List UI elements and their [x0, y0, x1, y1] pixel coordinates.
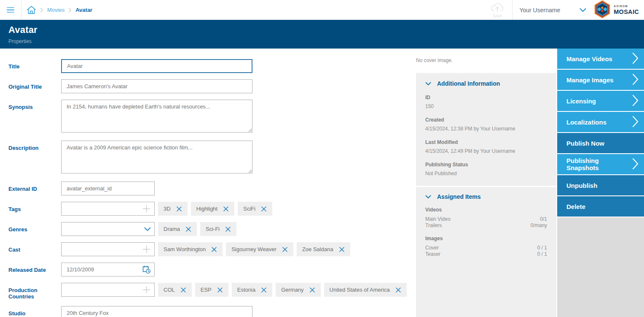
action-button-localizations[interactable]: Localizations	[557, 112, 644, 132]
chip-3d: 3D	[158, 202, 188, 216]
add-item-icon[interactable]	[142, 283, 151, 297]
action-button-manage-videos[interactable]: Manage Videos	[557, 49, 644, 69]
form-row-title: Title	[8, 59, 416, 73]
tags-chips: 3DHighlightSciFi	[158, 202, 272, 216]
external-id-input[interactable]	[61, 182, 155, 195]
assigned-row-main-video: Main Video0/1	[425, 216, 547, 222]
assigned-row-name: Main Video	[425, 216, 451, 222]
chip-sci-fi: Sci-Fi	[200, 222, 236, 236]
chevron-right-icon	[632, 116, 639, 129]
released-date-input[interactable]	[61, 263, 155, 276]
chevron-down-icon[interactable]	[144, 222, 151, 236]
genres-label: Genres	[8, 222, 61, 236]
action-button-label: Delete	[566, 203, 585, 210]
add-item-icon[interactable]	[142, 202, 151, 216]
production-countries-chips: COLESPEstoniaGermanyUnited States of Ame…	[158, 283, 407, 300]
collapse-chevron-icon[interactable]	[425, 82, 431, 86]
action-button-publish-now[interactable]: Publish Now	[557, 133, 644, 153]
chevron-right-icon	[632, 52, 639, 65]
created-label: Created	[425, 117, 547, 123]
top-bar: MoviesAvatar Save Your Username	[0, 0, 644, 20]
title-input[interactable]	[61, 59, 252, 73]
chip-remove-icon[interactable]	[217, 287, 223, 293]
production-countries-label: Production Countries	[8, 283, 61, 300]
chip-drama: Drama	[158, 222, 197, 236]
details-panel: No cover image. Additional Information I…	[416, 49, 556, 317]
action-button-label: Publishing Snapshots	[566, 157, 632, 171]
assigned-row-count: 0/many	[531, 222, 547, 229]
action-button-manage-images[interactable]: Manage Images	[557, 70, 644, 90]
chevron-right-icon	[632, 73, 639, 87]
assigned-row-name: Cover	[425, 245, 439, 251]
breadcrumb-separator-icon	[68, 8, 72, 13]
chip-remove-icon[interactable]	[395, 287, 401, 293]
action-button-delete[interactable]: Delete	[557, 196, 644, 217]
assigned-row-teaser: Teaser0 / 1	[425, 251, 547, 257]
assigned-row-name: Teaser	[425, 251, 440, 257]
assigned-row-cover: Cover0 / 1	[425, 245, 547, 251]
chip-remove-icon[interactable]	[185, 226, 191, 232]
action-button-licensing[interactable]: Licensing	[557, 91, 644, 111]
chip-remove-icon[interactable]	[261, 287, 267, 293]
action-button-label: Manage Images	[566, 76, 614, 84]
tags-input[interactable]	[61, 202, 155, 216]
cast-input[interactable]	[61, 242, 155, 256]
menu-button[interactable]	[0, 0, 21, 20]
chip-label: Zoe Saldana	[302, 246, 333, 252]
chip-sam-worthington: Sam Worthington	[158, 242, 223, 256]
studio-input[interactable]	[61, 306, 252, 317]
action-button-unpublish[interactable]: Unpublish	[557, 175, 644, 195]
chip-col: COL	[158, 283, 192, 297]
chip-remove-icon[interactable]	[282, 247, 288, 252]
breadcrumb: MoviesAvatar	[27, 0, 92, 20]
production-countries-input[interactable]	[61, 283, 155, 297]
breadcrumb-item-movies[interactable]: Movies	[47, 7, 64, 13]
cast-label: Cast	[8, 242, 61, 256]
chip-remove-icon[interactable]	[225, 226, 231, 232]
chip-remove-icon[interactable]	[261, 206, 267, 212]
form-row-original-title: Original Title	[8, 79, 416, 93]
section-title: Assigned Items	[437, 193, 480, 200]
chip-remove-icon[interactable]	[211, 247, 217, 252]
action-button-publishing-snapshots[interactable]: Publishing Snapshots	[557, 154, 644, 174]
chip-estonia: Estonia	[232, 283, 272, 297]
synopsis-textarea[interactable]	[61, 100, 252, 133]
chip-germany: Germany	[276, 283, 320, 297]
original-title-input[interactable]	[61, 79, 252, 93]
chip-label: Germany	[281, 287, 303, 293]
form-row-description: Description	[8, 141, 416, 175]
action-button-label: Licensing	[566, 98, 596, 105]
cover-image-message: No cover image.	[416, 57, 453, 63]
save-cloud-icon	[490, 2, 504, 14]
original-title-label: Original Title	[8, 79, 61, 93]
page-title: Avatar	[8, 24, 644, 35]
actions-filler	[557, 217, 644, 317]
add-item-icon[interactable]	[142, 242, 151, 256]
chip-label: 3D	[164, 206, 171, 212]
tags-label: Tags	[8, 202, 61, 216]
username-label: Your Username	[519, 7, 560, 14]
chip-remove-icon[interactable]	[309, 287, 315, 293]
chip-remove-icon[interactable]	[223, 206, 229, 212]
chip-esp: ESP	[195, 283, 228, 297]
images-group-label: Images	[425, 236, 547, 241]
save-button-label: Save	[493, 14, 502, 18]
genres-input[interactable]	[61, 222, 155, 236]
assigned-row-name: Trailers	[425, 222, 442, 229]
chip-remove-icon[interactable]	[180, 287, 186, 293]
description-textarea[interactable]	[61, 141, 252, 173]
assigned-row-count: 0 / 1	[537, 251, 547, 257]
chip-zoe-saldana: Zoe Saldana	[297, 242, 350, 256]
publishing-status-value: Not Published	[425, 171, 547, 176]
collapse-chevron-icon[interactable]	[425, 195, 431, 199]
synopsis-label: Synopsis	[8, 100, 61, 134]
home-icon[interactable]	[27, 5, 36, 14]
save-button[interactable]: Save	[483, 0, 512, 20]
chip-label: Highlight	[196, 206, 218, 212]
chip-label: United States of America	[330, 287, 390, 293]
chip-remove-icon[interactable]	[176, 206, 182, 212]
chip-remove-icon[interactable]	[339, 247, 345, 252]
chip-label: COL	[164, 287, 175, 293]
user-menu[interactable]: Your Username	[513, 0, 594, 20]
calendar-icon[interactable]	[142, 263, 151, 276]
